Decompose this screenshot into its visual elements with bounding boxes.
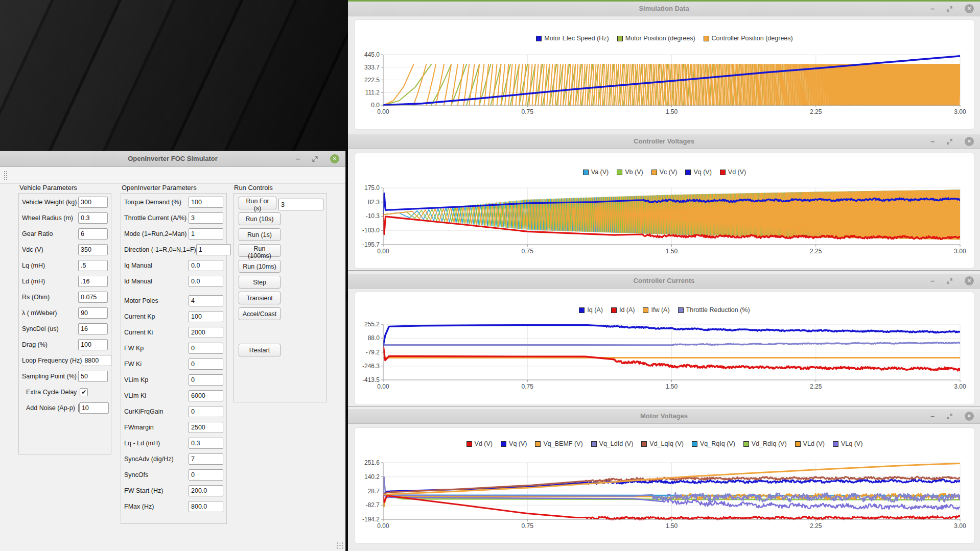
input-torque-demand[interactable] [189,197,223,208]
svg-text:-194.2: -194.2 [362,516,380,523]
minimize-icon[interactable]: – [930,6,935,11]
button-run-100ms[interactable]: Run (100ms) [239,244,281,257]
input-mode-1-run-2-man[interactable] [189,228,223,239]
input-run-for-seconds[interactable] [278,199,323,210]
input-drag[interactable] [78,339,108,350]
svg-text:2.25: 2.25 [810,248,822,255]
input-iq-manual[interactable] [189,260,223,271]
input-syncadv-dig-hz[interactable] [189,453,223,465]
simulation-data-titlebar[interactable]: Simulation Data – ✕ [348,2,980,16]
param-label: FW Ki [124,361,189,368]
resize-grip-icon[interactable] [336,542,343,549]
input-direction-1-r-0-n-1-f[interactable] [196,244,231,255]
controller-voltages-titlebar[interactable]: Controller Voltages – ✕ [348,134,980,149]
input-fmax-hz[interactable] [189,501,223,512]
minimize-icon[interactable]: – [930,139,935,144]
input-vlim-ki[interactable] [189,390,223,401]
button-run-10s[interactable]: Run (10s) [239,212,281,225]
input-id-manual[interactable] [189,276,223,287]
input-curkifrqgain[interactable] [189,406,223,417]
input-syncdel-us[interactable] [78,323,108,334]
input-wheel-radius-m[interactable] [78,212,108,224]
restore-icon[interactable] [947,414,952,419]
input-rs-ohm[interactable] [78,292,108,303]
checkbox-extra-cycle-delay[interactable]: ✔ [80,388,88,396]
button-step[interactable]: Step [239,276,281,289]
window-motor-voltages: Motor Voltages – ✕ Vd (V)Vq (V)Vq_BEMF (… [348,406,980,551]
svg-text:333.7: 333.7 [364,64,380,71]
input-fwmargin[interactable] [189,422,223,433]
input-current-kp[interactable] [189,311,223,322]
param-row-rs-ohm: Rs (Ohm) [22,292,108,303]
simulator-titlebar[interactable]: OpenInverter FOC Simulator – ✕ [0,151,345,167]
restore-icon[interactable] [947,6,952,12]
controller-currents-titlebar[interactable]: Controller Currents – ✕ [348,274,980,289]
svg-text:0.00: 0.00 [377,522,389,530]
input-lq-ld-mh[interactable] [189,438,223,449]
param-row-syncofs: SyncOfs [124,469,223,481]
param-row-loop-frequency-hz: Loop Frequency (Hz) [22,355,108,366]
button-run-1s[interactable]: Run (1s) [239,228,281,241]
param-label: Motor Poles [124,297,189,304]
simulation-data-title: Simulation Data [348,2,980,16]
input-throttle-current-a[interactable] [189,212,223,224]
input-add-noise-ap-p[interactable] [79,402,109,414]
toolbar-grip-icon[interactable] [4,171,8,180]
button-restart[interactable]: Restart [239,344,281,356]
button-transient[interactable]: Transient [239,292,281,304]
run-controls-box: Run For (s)Run (10s)Run (1s)Run (100ms)R… [233,193,327,402]
input-current-ki[interactable] [189,327,223,338]
param-label: Iq Manual [124,262,189,269]
param-label: SyncOfs [124,471,189,478]
input-fw-kp[interactable] [189,343,223,354]
input-vehicle-weight-kg[interactable] [78,197,108,208]
param-label: SyncDel (us) [22,325,78,332]
svg-text:88.0: 88.0 [368,334,380,342]
input-vdc-v[interactable] [78,244,108,255]
svg-text:1.50: 1.50 [666,383,678,390]
input-vlim-kp[interactable] [189,374,223,386]
restore-icon[interactable] [947,139,952,145]
close-icon[interactable]: ✕ [330,154,339,163]
svg-text:1.50: 1.50 [666,522,678,530]
param-row-id-manual: Id Manual [124,276,223,287]
input-syncofs[interactable] [189,469,223,481]
restore-icon[interactable] [947,278,952,284]
input-sampling-point[interactable] [78,371,108,382]
param-label: Extra Cycle Delay [26,389,77,396]
restore-icon[interactable] [312,156,318,162]
param-label: Id Manual [124,278,189,285]
param-label: CurKiFrqGain [124,408,189,415]
input-lq-mh[interactable] [78,260,108,271]
close-icon[interactable]: ✕ [965,137,974,146]
input-fw-ki[interactable] [189,358,223,370]
close-icon[interactable]: ✕ [965,276,974,285]
param-label: VLim Kp [124,376,189,384]
close-icon[interactable]: ✕ [965,4,974,13]
button-accel-coast[interactable]: Accel/Coast [239,307,281,320]
input-motor-poles[interactable] [189,295,223,306]
vehicle-parameters-group: Vehicle Parameters Vehicle Weight (kg)Wh… [18,184,134,454]
minimize-icon[interactable]: – [296,156,300,161]
input-fw-start-hz[interactable] [189,485,223,496]
param-row-curkifrqgain: CurKiFrqGain [124,406,223,417]
param-row-mode-1-run-2-man: Mode (1=Run,2=Man) [124,228,223,239]
input-loop-frequency-hz[interactable] [82,355,111,366]
input-ld-mh[interactable] [78,276,108,287]
minimize-icon[interactable]: – [930,414,935,419]
close-icon[interactable]: ✕ [965,412,974,421]
button-run-10ms[interactable]: Run (10ms) [239,260,281,273]
openinverter-parameters-group: OpenInverter Parameters Torque Demand (%… [121,184,229,524]
svg-text:-195.7: -195.7 [362,241,380,248]
svg-text:-82.7: -82.7 [366,501,380,509]
button-run-for[interactable]: Run For (s) [239,197,276,209]
param-row-gear-ratio: Gear Ratio [22,228,108,239]
param-row-vdc-v: Vdc (V) [22,244,108,255]
input-mweber[interactable] [78,307,108,319]
param-label: Loop Frequency (Hz) [22,357,82,364]
minimize-icon[interactable]: – [930,278,935,283]
input-gear-ratio[interactable] [78,228,108,239]
svg-text:3.00: 3.00 [954,522,966,530]
svg-text:0.00: 0.00 [377,108,389,115]
motor-voltages-titlebar[interactable]: Motor Voltages – ✕ [348,409,980,424]
